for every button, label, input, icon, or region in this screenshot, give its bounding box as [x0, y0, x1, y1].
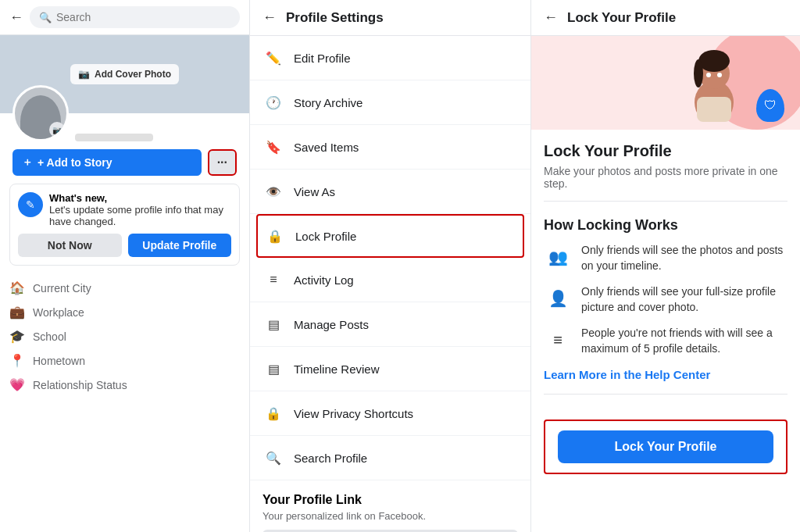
- profile-link-section: Your Profile Link Your personalized link…: [250, 480, 530, 532]
- search-input[interactable]: [56, 11, 230, 23]
- profile-link-title: Your Profile Link: [262, 493, 518, 507]
- add-cover-label: Add Cover Photo: [95, 69, 171, 80]
- menu-item-label: View Privacy Shortcuts: [294, 407, 413, 420]
- info-item[interactable]: 🏠Current City: [9, 277, 240, 299]
- info-item-label: Relationship Status: [33, 379, 127, 391]
- menu-item-label: Manage Posts: [294, 318, 369, 331]
- back-arrow-icon[interactable]: ←: [9, 9, 23, 26]
- menu-item-edit-profile[interactable]: ✏️Edit Profile: [250, 36, 530, 80]
- menu-item-label: Edit Profile: [294, 52, 351, 65]
- illustration-figure: [683, 44, 745, 122]
- menu-item-view-as[interactable]: 👁️View As: [250, 170, 530, 214]
- info-item-label: Current City: [33, 282, 91, 295]
- divider-2: [544, 394, 788, 395]
- menu-item-label: Search Profile: [294, 452, 367, 465]
- whats-new-header: ✎ What's new, Let's update some profile …: [18, 192, 231, 227]
- lock-your-profile-button[interactable]: Lock Your Profile: [558, 430, 773, 463]
- update-profile-button[interactable]: Update Profile: [128, 234, 232, 257]
- right-back-arrow-icon[interactable]: ←: [544, 9, 558, 26]
- whats-new-icon: ✎: [18, 192, 43, 217]
- middle-panel-header: ← Profile Settings: [250, 0, 530, 36]
- svg-point-4: [706, 73, 711, 77]
- camera-icon: 📷: [78, 69, 90, 80]
- menu-item-activity-log[interactable]: ≡Activity Log: [250, 258, 530, 302]
- menu-item-icon: 🔖: [262, 136, 284, 158]
- how-item: 👤Only friends will see your full-size pr…: [544, 284, 788, 315]
- menu-item-icon: ▤: [262, 358, 284, 380]
- not-now-button[interactable]: Not Now: [18, 234, 122, 257]
- right-panel: ← Lock Your Profile 🛡 Lock Your Profile …: [531, 0, 800, 532]
- info-item-icon: 💼: [9, 305, 25, 320]
- whats-new-card: ✎ What's new, Let's update some profile …: [9, 184, 240, 266]
- info-item[interactable]: 💼Workplace: [9, 301, 240, 323]
- menu-item-manage-posts[interactable]: ▤Manage Posts: [250, 302, 530, 347]
- menu-item-label: Saved Items: [294, 141, 359, 154]
- menu-item-lock-profile[interactable]: 🔒Lock Profile: [256, 214, 524, 258]
- profile-info-list: 🏠Current City💼Workplace🎓School📍Hometown💗…: [0, 273, 249, 399]
- menu-item-icon: ≡: [262, 269, 284, 291]
- avatar-camera-icon[interactable]: 📷: [49, 122, 65, 137]
- lock-your-profile-subtitle: Make your photos and posts more private …: [544, 165, 788, 190]
- menu-item-label: View As: [294, 185, 335, 198]
- add-cover-photo-button[interactable]: 📷 Add Cover Photo: [70, 64, 179, 84]
- info-item-icon: 🏠: [9, 280, 25, 295]
- menu-item-icon: 🕐: [262, 91, 284, 113]
- add-to-story-button[interactable]: ＋ + Add to Story: [12, 149, 202, 176]
- how-item-icon: ≡: [544, 326, 572, 354]
- how-item-text: Only friends will see the photos and pos…: [581, 243, 788, 273]
- info-item[interactable]: 🎓School: [9, 325, 240, 348]
- info-item-icon: 🎓: [9, 329, 25, 344]
- middle-back-arrow-icon[interactable]: ←: [262, 9, 277, 26]
- menu-item-label: Story Archive: [294, 96, 362, 109]
- menu-item-view-privacy-shortcuts[interactable]: 🔒View Privacy Shortcuts: [250, 391, 530, 436]
- svg-point-2: [698, 50, 730, 72]
- menu-item-story-archive[interactable]: 🕐Story Archive: [250, 80, 530, 125]
- menu-item-search-profile[interactable]: 🔍Search Profile: [250, 436, 530, 480]
- info-item[interactable]: 💗Relationship Status: [9, 373, 240, 396]
- how-item-text: People you're not friends with will see …: [581, 326, 788, 356]
- lock-content: Lock Your Profile Make your photos and p…: [531, 130, 800, 413]
- menu-item-label: Timeline Review: [294, 362, 379, 376]
- svg-point-5: [717, 73, 722, 77]
- info-item[interactable]: 📍Hometown: [9, 349, 240, 372]
- search-input-wrap: 🔍: [30, 6, 240, 28]
- whats-new-text: Let's update some profile info that may …: [49, 204, 231, 227]
- how-locking-works-title: How Locking Works: [544, 217, 788, 234]
- plus-icon: ＋: [22, 155, 33, 170]
- info-item-label: Workplace: [33, 306, 84, 319]
- menu-item-saved-items[interactable]: 🔖Saved Items: [250, 125, 530, 170]
- how-item-icon: 👤: [544, 284, 572, 312]
- whats-new-title: What's new,: [49, 192, 231, 204]
- info-item-icon: 📍: [9, 353, 25, 368]
- whats-new-actions: Not Now Update Profile: [18, 234, 231, 257]
- menu-item-timeline-review[interactable]: ▤Timeline Review: [250, 347, 530, 391]
- svg-point-3: [694, 59, 703, 87]
- how-item: 👥Only friends will see the photos and po…: [544, 243, 788, 273]
- middle-panel: ← Profile Settings ✏️Edit Profile🕐Story …: [250, 0, 531, 532]
- profile-settings-title: Profile Settings: [286, 10, 384, 26]
- menu-item-label: Activity Log: [294, 273, 354, 287]
- menu-item-icon: 🔍: [262, 447, 284, 469]
- menu-item-icon: 🔒: [262, 402, 284, 424]
- action-row: ＋ + Add to Story ···: [0, 141, 249, 184]
- more-options-button[interactable]: ···: [208, 149, 237, 176]
- info-item-icon: 💗: [9, 377, 25, 392]
- search-bar: ← 🔍: [0, 0, 249, 35]
- lock-profile-button-wrap: Lock Your Profile: [544, 420, 788, 474]
- info-item-label: Hometown: [33, 355, 85, 367]
- search-icon: 🔍: [39, 12, 52, 23]
- info-item-label: School: [33, 330, 66, 343]
- left-panel: ← 🔍 📷 Add Cover Photo 📷 ＋ + Add to Story…: [0, 0, 250, 532]
- profile-link-subtitle: Your personalized link on Facebook.: [262, 510, 518, 522]
- how-item-icon: 👥: [544, 243, 572, 271]
- how-item-text: Only friends will see your full-size pro…: [581, 284, 788, 315]
- lock-profile-illustration: 🛡: [531, 36, 800, 130]
- whats-new-body: What's new, Let's update some profile in…: [49, 192, 231, 227]
- shield-badge-icon: 🛡: [756, 89, 784, 122]
- avatar: 📷: [12, 85, 69, 141]
- profile-settings-menu: ✏️Edit Profile🕐Story Archive🔖Saved Items…: [250, 36, 530, 480]
- learn-more-link[interactable]: Learn More in the Help Center: [544, 368, 788, 381]
- svg-rect-6: [697, 97, 731, 122]
- menu-item-icon: ▤: [262, 313, 284, 335]
- lock-your-profile-title: Lock Your Profile: [544, 142, 788, 160]
